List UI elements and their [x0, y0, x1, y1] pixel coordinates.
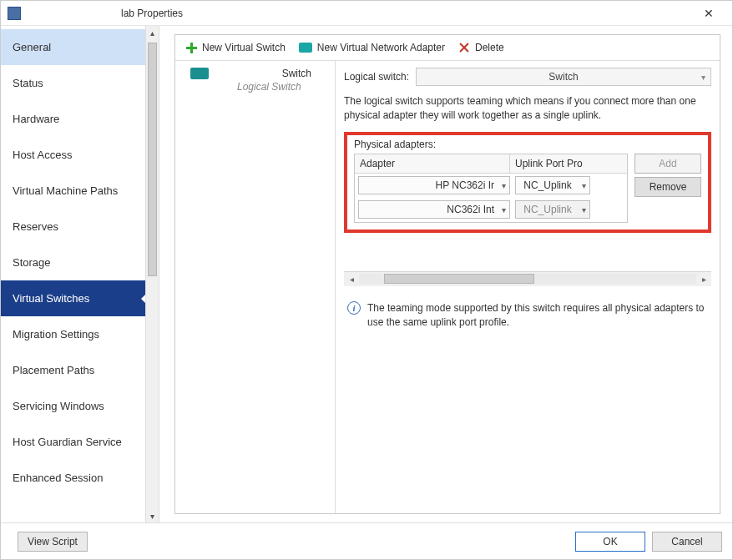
panel-columns: Switch Logical Switch Logical switch: Sw… — [175, 61, 720, 513]
sidebar-item-label: Enhanced Session — [13, 472, 103, 484]
toolbar: New Virtual Switch New Virtual Network A… — [175, 35, 720, 61]
chevron-down-icon: ▾ — [502, 180, 506, 189]
col-adapter: Adapter — [355, 154, 510, 173]
grid-row[interactable]: NC362i Int ▾ NC_Uplink ▾ — [355, 198, 627, 222]
switch-icon — [190, 68, 209, 79]
network-adapter-icon — [299, 43, 312, 53]
content: New Virtual Switch New Virtual Network A… — [159, 26, 732, 522]
sidebar-item-label: Placement Paths — [13, 364, 94, 376]
sidebar-item-label: Reserves — [13, 220, 58, 233]
scroll-thumb[interactable] — [148, 43, 157, 276]
window-title: lab Properties — [121, 8, 183, 19]
sidebar-item-vm-paths[interactable]: Virtual Machine Paths — [1, 173, 145, 209]
switch-list: Switch Logical Switch — [175, 61, 336, 513]
scroll-down-icon[interactable]: ▾ — [146, 509, 159, 522]
sidebar: General Status Hardware Host Access Virt… — [1, 26, 145, 522]
delete-button[interactable]: Delete — [455, 40, 508, 55]
logical-switch-combo[interactable]: Switch ▾ — [416, 68, 711, 86]
delete-icon — [458, 42, 470, 53]
sidebar-item-enhanced-session[interactable]: Enhanced Session — [1, 460, 145, 496]
sidebar-scrollbar[interactable]: ▴ ▾ — [145, 26, 159, 522]
sidebar-item-servicing-windows[interactable]: Servicing Windows — [1, 388, 145, 424]
physical-adapters-label: Physical adapters: — [354, 139, 701, 150]
app-icon — [8, 7, 21, 20]
info-text: The teaming mode supported by this switc… — [367, 301, 711, 330]
adapter-value: HP NC362i Ir — [436, 179, 494, 191]
switch-name-text: Switch — [282, 68, 311, 79]
sidebar-item-virtual-switches[interactable]: Virtual Switches — [1, 280, 145, 316]
sidebar-item-label: Status — [13, 77, 43, 89]
cancel-button[interactable]: Cancel — [652, 532, 722, 552]
toolbar-label: New Virtual Switch — [202, 42, 286, 53]
ok-button[interactable]: OK — [575, 532, 645, 552]
info-row: i The teaming mode supported by this swi… — [344, 301, 711, 330]
switch-entry[interactable]: Switch Logical Switch — [175, 64, 335, 96]
plus-icon — [185, 42, 197, 53]
sidebar-item-label: Host Access — [13, 149, 73, 161]
sidebar-container: General Status Hardware Host Access Virt… — [1, 26, 159, 522]
chevron-down-icon: ▾ — [701, 73, 705, 82]
toolbar-label: New Virtual Network Adapter — [317, 42, 445, 53]
adapter-combo[interactable]: HP NC362i Ir ▾ — [358, 176, 510, 194]
physical-adapters-grid: Adapter Uplink Port Pro HP NC362i Ir ▾ — [354, 154, 628, 223]
sidebar-item-host-access[interactable]: Host Access — [1, 137, 145, 173]
uplink-profile-combo: NC_Uplink ▾ — [515, 200, 590, 219]
physical-adapters-grid-wrap: Adapter Uplink Port Pro HP NC362i Ir ▾ — [354, 154, 701, 223]
sidebar-item-placement-paths[interactable]: Placement Paths — [1, 352, 145, 388]
grid-row[interactable]: HP NC362i Ir ▾ NC_Uplink ▾ — [355, 174, 627, 198]
logical-switch-description: The logical switch supports teaming whic… — [344, 94, 711, 124]
footer: View Script OK Cancel — [1, 522, 732, 559]
titlebar: lab Properties ✕ — [1, 1, 732, 26]
grid-side-buttons: Add Remove — [634, 154, 701, 223]
adapter-combo[interactable]: NC362i Int ▾ — [358, 200, 510, 219]
new-virtual-switch-button[interactable]: New Virtual Switch — [182, 40, 289, 55]
sidebar-item-status[interactable]: Status — [1, 65, 145, 101]
logical-switch-label: Logical switch: — [344, 71, 409, 83]
chevron-down-icon: ▾ — [582, 204, 586, 214]
switch-name: Switch — [190, 68, 326, 79]
remove-button[interactable]: Remove — [634, 177, 701, 197]
sidebar-item-label: Hardware — [13, 113, 59, 125]
scroll-right-icon[interactable]: ▸ — [698, 275, 710, 284]
sidebar-item-hardware[interactable]: Hardware — [1, 101, 145, 137]
add-button[interactable]: Add — [634, 154, 701, 174]
sidebar-item-reserves[interactable]: Reserves — [1, 209, 145, 245]
close-button[interactable]: ✕ — [692, 2, 725, 25]
logical-switch-row: Logical switch: Switch ▾ — [344, 68, 711, 86]
sidebar-item-label: Host Guardian Service — [13, 436, 122, 448]
chevron-down-icon: ▾ — [582, 180, 586, 189]
scroll-track[interactable] — [359, 274, 696, 284]
sidebar-item-storage[interactable]: Storage — [1, 245, 145, 280]
adapter-value: NC362i Int — [447, 204, 494, 215]
info-icon: i — [347, 301, 361, 315]
sidebar-item-label: Migration Settings — [13, 328, 99, 341]
scroll-up-icon[interactable]: ▴ — [146, 26, 159, 39]
sidebar-item-label: Virtual Machine Paths — [13, 184, 118, 197]
detail-pane: Logical switch: Switch ▾ The logical swi… — [336, 61, 720, 513]
scroll-thumb[interactable] — [384, 274, 534, 284]
sidebar-item-label: Servicing Windows — [13, 400, 104, 412]
sidebar-item-label: General — [13, 41, 51, 53]
sidebar-item-migration[interactable]: Migration Settings — [1, 316, 145, 352]
view-script-button[interactable]: View Script — [18, 532, 88, 552]
sidebar-item-label: Virtual Switches — [13, 292, 89, 305]
content-panel: New Virtual Switch New Virtual Network A… — [174, 34, 720, 514]
uplink-profile-value: NC_Uplink — [523, 179, 571, 191]
physical-adapters-section: Physical adapters: Adapter Uplink Port P… — [344, 132, 711, 233]
properties-window: lab Properties ✕ General Status Hardware… — [0, 0, 733, 560]
sidebar-item-label: Storage — [13, 256, 51, 269]
switch-subtitle: Logical Switch — [190, 81, 326, 93]
uplink-profile-combo[interactable]: NC_Uplink ▾ — [515, 176, 590, 194]
toolbar-label: Delete — [475, 42, 504, 53]
scroll-left-icon[interactable]: ◂ — [346, 275, 357, 284]
logical-switch-value: Switch — [548, 71, 578, 83]
col-uplink: Uplink Port Pro — [510, 154, 627, 173]
body: General Status Hardware Host Access Virt… — [1, 26, 732, 522]
sidebar-item-host-guardian[interactable]: Host Guardian Service — [1, 424, 145, 460]
horizontal-scrollbar[interactable]: ◂ ▸ — [344, 271, 711, 286]
uplink-profile-value: NC_Uplink — [523, 204, 571, 215]
sidebar-item-general[interactable]: General — [1, 29, 145, 65]
chevron-down-icon: ▾ — [502, 204, 506, 214]
grid-header: Adapter Uplink Port Pro — [355, 154, 627, 174]
new-virtual-adapter-button[interactable]: New Virtual Network Adapter — [296, 40, 448, 55]
